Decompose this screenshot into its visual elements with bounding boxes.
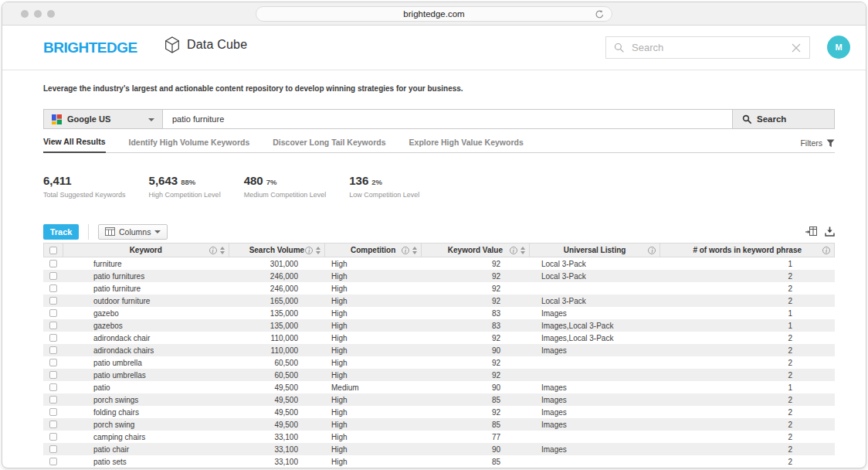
column-header-competition[interactable]: Competitioni (325, 244, 422, 257)
cell-keyword: gazebo (63, 309, 229, 318)
row-checkbox-cell (43, 433, 63, 441)
column-header-of-words-in-keyword-phrase[interactable]: # of words in keyword phrasei (660, 244, 834, 257)
row-checkbox[interactable] (49, 297, 57, 305)
cell-search_volume: 33,100 (229, 433, 325, 441)
row-checkbox[interactable] (49, 359, 57, 366)
cell-search_volume: 49,500 (229, 408, 325, 417)
cell-words: 1 (661, 383, 835, 392)
cell-keyword_value: 92 (422, 359, 530, 367)
row-checkbox[interactable] (49, 322, 57, 329)
cell-keyword_value: 83 (422, 309, 530, 318)
search-engine-select[interactable]: Google US (43, 109, 163, 129)
cell-keyword: patio chair (63, 445, 229, 454)
cell-search_volume: 33,100 (229, 458, 325, 466)
cell-search_volume: 165,000 (229, 297, 325, 305)
keyword-query-input[interactable]: patio furniture (163, 109, 733, 129)
column-header-universal-listing[interactable]: Universal Listingi (530, 244, 661, 257)
window-controls[interactable] (21, 10, 55, 18)
columns-button[interactable]: Columns (98, 224, 168, 240)
row-checkbox[interactable] (49, 309, 57, 317)
reload-icon[interactable] (595, 9, 605, 19)
cell-competition: High (325, 396, 422, 404)
row-checkbox[interactable] (49, 272, 57, 280)
info-icon[interactable]: i (648, 247, 656, 254)
tab-discover-long-tail-keywords[interactable]: Discover Long Tail Keywords (273, 138, 385, 152)
tab-view-all-results[interactable]: View All Results (43, 137, 106, 153)
cell-words: 2 (661, 408, 835, 417)
filters-button[interactable]: Filters (800, 138, 835, 152)
header-search-input[interactable]: Search (605, 36, 810, 59)
track-button[interactable]: Track (43, 224, 79, 240)
cell-keyword: patio furnitures (63, 272, 229, 281)
row-checkbox[interactable] (49, 383, 57, 391)
avatar[interactable]: M (827, 36, 850, 59)
column-label: Search Volume (249, 246, 305, 254)
column-header-keyword-value[interactable]: Keyword Valuei (422, 244, 530, 257)
table-row: adirondack chair110,000High92Images,Loca… (43, 332, 835, 344)
row-checkbox[interactable] (49, 260, 57, 267)
stat-value: 480 (244, 174, 263, 187)
info-icon[interactable]: i (305, 247, 313, 254)
cell-competition: High (325, 297, 422, 305)
stat-block-low-competition-level: 1362%Low Competition Level (349, 174, 419, 199)
row-checkbox[interactable] (49, 433, 57, 441)
cell-words: 2 (661, 445, 835, 454)
cell-competition: High (325, 433, 422, 441)
traffic-dot[interactable] (21, 10, 29, 18)
app-header: BRIGHTEDGE Data Cube Search M (2, 26, 866, 70)
table-row: patio furniture246,000High922 (43, 282, 835, 295)
keyword-search-bar: Google US patio furniture Search (43, 109, 835, 129)
cell-keyword_value: 83 (422, 322, 530, 330)
cell-search_volume: 60,500 (229, 359, 325, 367)
row-checkbox[interactable] (49, 458, 57, 465)
traffic-dot[interactable] (34, 10, 42, 18)
traffic-dot[interactable] (47, 10, 55, 18)
row-checkbox[interactable] (49, 371, 57, 379)
row-checkbox[interactable] (49, 284, 57, 292)
cell-keyword: camping chairs (63, 433, 229, 441)
cell-words: 2 (661, 396, 835, 404)
row-checkbox[interactable] (49, 334, 57, 342)
download-icon[interactable] (825, 226, 835, 237)
cell-words: 2 (661, 371, 835, 380)
cell-words: 2 (661, 359, 835, 367)
stat-percent: 2% (371, 178, 382, 186)
stat-line: 1362% (349, 174, 419, 187)
table-row: patio49,500Medium90Images1 (43, 381, 835, 393)
row-checkbox[interactable] (49, 408, 57, 416)
info-icon[interactable]: i (402, 247, 409, 254)
cell-universal_listing: Images,Local 3-Pack (530, 334, 661, 342)
row-checkbox-cell (43, 346, 63, 354)
row-checkbox[interactable] (49, 445, 57, 453)
sort-up-arrow (412, 247, 417, 250)
url-bar[interactable]: brightedge.com (256, 6, 612, 22)
cell-search_volume: 301,000 (229, 260, 325, 268)
info-icon[interactable]: i (822, 247, 830, 254)
row-checkbox[interactable] (49, 346, 57, 354)
sort-icon[interactable] (316, 247, 320, 254)
sort-icon[interactable] (412, 247, 417, 254)
clear-search-icon[interactable] (791, 43, 802, 53)
cell-search_volume: 110,000 (229, 346, 325, 355)
cell-competition: High (325, 346, 422, 355)
brightedge-logo: BRIGHTEDGE (43, 39, 137, 56)
column-header-icons: i (402, 244, 417, 257)
cell-universal_listing: Images (530, 346, 661, 355)
tab-identify-high-volume-keywords[interactable]: Identify High Volume Keywords (129, 138, 250, 152)
browser-window: brightedge.com BRIGHTEDGE Data Cube Sear… (2, 2, 866, 468)
info-icon[interactable]: i (510, 247, 517, 254)
row-checkbox[interactable] (49, 421, 57, 428)
table-row: outdoor furniture165,000High92Local 3-Pa… (43, 295, 835, 307)
sort-icon[interactable] (520, 247, 525, 254)
select-all-checkbox[interactable] (49, 247, 57, 254)
export-to-sheet-icon[interactable] (805, 226, 817, 237)
sort-icon[interactable] (220, 247, 225, 254)
sort-down-arrow (220, 251, 225, 254)
cell-keyword: gazebos (63, 322, 229, 330)
row-checkbox[interactable] (49, 396, 57, 404)
search-button[interactable]: Search (733, 109, 835, 129)
tab-explore-high-value-keywords[interactable]: Explore High Value Keywords (409, 138, 524, 152)
info-icon[interactable]: i (209, 247, 217, 254)
column-header-keyword[interactable]: Keywordi (63, 244, 229, 257)
column-header-search-volume[interactable]: Search Volumei (229, 244, 326, 257)
